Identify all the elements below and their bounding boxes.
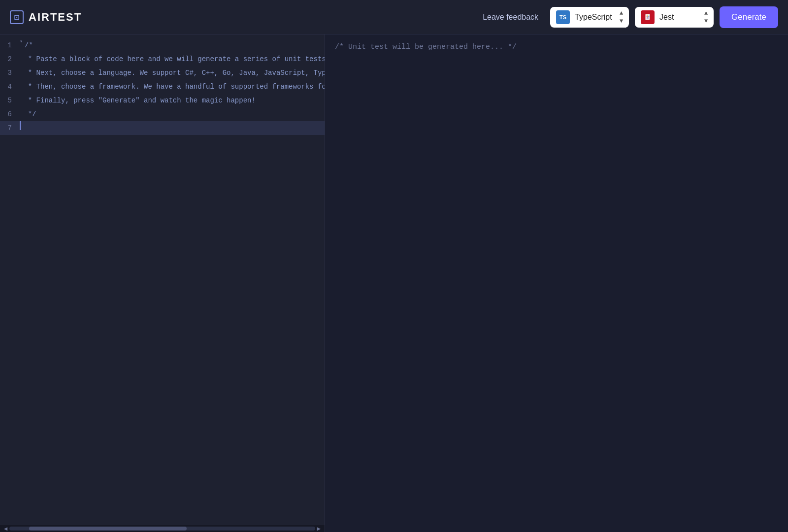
output-placeholder: /* Unit test will be generated here... *… [335, 43, 517, 51]
app-title: AIRTEST [29, 11, 82, 24]
scroll-left-arrow[interactable]: ◀ [2, 525, 9, 532]
code-area[interactable]: 1 ▾ /* 2 * Paste a block of code here an… [0, 34, 325, 525]
line-number-1: 1 [0, 38, 20, 52]
language-chevron-icon: ▲ ▼ [620, 10, 623, 25]
jest-icon: 🃏 [641, 10, 655, 24]
code-line-1: 1 ▾ /* [0, 38, 325, 52]
line-content-5: * Finally, press "Generate" and watch th… [20, 94, 256, 107]
text-cursor [20, 121, 21, 130]
collapse-arrow-1[interactable]: ▾ [20, 38, 25, 44]
line-number-2: 2 [0, 52, 20, 66]
feedback-button[interactable]: Leave feedback [477, 9, 544, 26]
output-panel: /* Unit test will be generated here... *… [325, 34, 788, 532]
code-line-3: 3 * Next, choose a language. We support … [0, 66, 325, 80]
line-content-4: * Then, choose a framework. We have a ha… [20, 80, 325, 94]
line-number-7: 7 [0, 121, 20, 135]
framework-selector[interactable]: 🃏 Jest ▲ ▼ [635, 7, 714, 28]
code-line-5: 5 * Finally, press "Generate" and watch … [0, 94, 325, 107]
generate-button[interactable]: Generate [720, 6, 778, 28]
line-number-4: 4 [0, 80, 20, 94]
language-label: TypeScript [575, 13, 615, 22]
scrollbar-thumb[interactable] [29, 527, 187, 531]
logo-icon: ⊡ [10, 10, 24, 24]
line-content-7 [20, 121, 21, 130]
code-line-2: 2 * Paste a block of code here and we wi… [0, 52, 325, 66]
logo-area: ⊡ AIRTEST [10, 10, 82, 24]
editor-panel: 1 ▾ /* 2 * Paste a block of code here an… [0, 34, 325, 532]
code-lines: 1 ▾ /* 2 * Paste a block of code here an… [0, 34, 325, 139]
code-line-7: 7 [0, 121, 325, 135]
language-selector[interactable]: TS TypeScript ▲ ▼ [550, 7, 629, 28]
editor-scrollbar: ◀ ▶ [0, 525, 325, 532]
line-content-2: * Paste a block of code here and we will… [20, 52, 325, 66]
line-number-6: 6 [0, 107, 20, 121]
line-number-3: 3 [0, 66, 20, 80]
header: ⊡ AIRTEST Leave feedback TS TypeScript ▲… [0, 0, 788, 34]
main-content: 1 ▾ /* 2 * Paste a block of code here an… [0, 34, 788, 532]
framework-chevron-icon: ▲ ▼ [704, 10, 708, 25]
header-right: Leave feedback TS TypeScript ▲ ▼ 🃏 Jest … [477, 6, 778, 28]
framework-label: Jest [659, 13, 699, 22]
scroll-right-arrow[interactable]: ▶ [315, 525, 323, 532]
line-number-5: 5 [0, 94, 20, 107]
typescript-icon: TS [556, 10, 570, 24]
line-content-6: */ [20, 107, 36, 121]
line-content-3: * Next, choose a language. We support C#… [20, 66, 325, 80]
code-line-4: 4 * Then, choose a framework. We have a … [0, 80, 325, 94]
code-line-6: 6 */ [0, 107, 325, 121]
scrollbar-track [9, 527, 315, 531]
line-content-1: /* [25, 38, 33, 52]
